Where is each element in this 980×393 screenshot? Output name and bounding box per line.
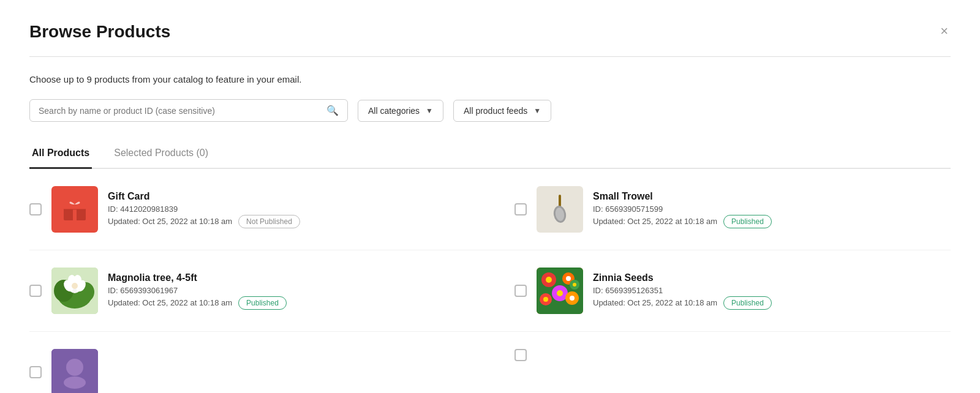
filters-row: 🔍 All categories ▼ All product feeds ▼ xyxy=(29,99,951,122)
browse-products-modal: Browse Products × Choose up to 9 product… xyxy=(0,0,980,393)
product-updated: Updated: Oct 25, 2022 at 10:18 am xyxy=(593,217,717,226)
trowel-icon xyxy=(546,193,573,225)
svg-rect-2 xyxy=(73,204,77,220)
chevron-down-icon: ▼ xyxy=(426,107,433,115)
products-grid: Gift Card ID: 4412020981839 Updated: Oct… xyxy=(29,169,951,393)
status-badge: Not Published xyxy=(238,215,300,228)
product-checkbox[interactable] xyxy=(514,285,527,297)
svg-point-27 xyxy=(570,296,575,301)
product-id: ID: 6569390571599 xyxy=(593,204,938,214)
product-name: Small Trowel xyxy=(593,191,938,202)
product-info: Zinnia Seeds ID: 6569395126351 Updated: … xyxy=(593,272,938,310)
checkbox-wrap xyxy=(29,203,42,215)
list-item: Gift Card ID: 4412020981839 Updated: Oct… xyxy=(29,169,490,250)
categories-label: All categories xyxy=(368,106,420,116)
list-item: Small Trowel ID: 6569390571599 Updated: … xyxy=(490,169,951,250)
tabs-row: All Products Selected Products (0) xyxy=(29,141,951,169)
product-checkbox[interactable] xyxy=(29,203,42,215)
product-updated-row: Updated: Oct 25, 2022 at 10:18 am Publis… xyxy=(593,215,938,228)
feeds-dropdown[interactable]: All product feeds ▼ xyxy=(453,100,551,122)
search-icon: 🔍 xyxy=(326,105,339,116)
chevron-down-icon: ▼ xyxy=(533,107,541,115)
svg-point-29 xyxy=(573,283,576,286)
header-divider xyxy=(29,56,951,57)
purple-product-icon xyxy=(51,349,98,393)
list-item xyxy=(490,332,951,393)
svg-point-16 xyxy=(72,283,78,289)
magnolia-icon xyxy=(51,268,98,314)
svg-point-25 xyxy=(543,297,548,302)
list-item: Magnolia tree, 4-5ft ID: 6569393061967 U… xyxy=(29,250,490,332)
product-id: ID: 4412020981839 xyxy=(108,204,466,214)
modal-header: Browse Products × xyxy=(29,22,951,42)
search-wrapper: 🔍 xyxy=(29,99,348,122)
product-info: Small Trowel ID: 6569390571599 Updated: … xyxy=(593,191,938,228)
product-updated: Updated: Oct 25, 2022 at 10:18 am xyxy=(108,298,232,307)
subtitle: Choose up to 9 products from your catalo… xyxy=(29,74,951,84)
list-item: Zinnia Seeds ID: 6569395126351 Updated: … xyxy=(490,250,951,332)
product-image xyxy=(51,186,98,233)
product-updated-row: Updated: Oct 25, 2022 at 10:18 am Publis… xyxy=(108,296,466,310)
product-updated: Updated: Oct 25, 2022 at 10:18 am xyxy=(108,217,232,226)
product-id: ID: 6569395126351 xyxy=(593,286,938,295)
svg-point-31 xyxy=(66,359,83,376)
product-image xyxy=(537,186,583,233)
search-input[interactable] xyxy=(39,106,323,116)
product-id: ID: 6569393061967 xyxy=(108,286,466,295)
product-name: Magnolia tree, 4-5ft xyxy=(108,272,466,283)
product-updated-row: Updated: Oct 25, 2022 at 10:18 am Publis… xyxy=(593,296,938,310)
product-image xyxy=(51,349,98,393)
tab-selected-products[interactable]: Selected Products (0) xyxy=(111,141,211,169)
categories-dropdown[interactable]: All categories ▼ xyxy=(358,100,443,122)
svg-point-23 xyxy=(557,290,563,296)
status-badge: Published xyxy=(723,296,772,310)
svg-point-32 xyxy=(64,376,86,389)
status-badge: Published xyxy=(238,296,287,310)
feeds-label: All product feeds xyxy=(464,106,527,116)
close-button[interactable]: × xyxy=(938,22,951,40)
checkbox-wrap xyxy=(514,203,527,215)
checkbox-wrap xyxy=(514,285,527,297)
status-badge: Published xyxy=(723,215,772,228)
list-item xyxy=(29,332,490,393)
zinnia-icon xyxy=(537,268,583,314)
product-image xyxy=(51,268,98,314)
product-name: Zinnia Seeds xyxy=(593,272,938,283)
product-name: Gift Card xyxy=(108,191,466,202)
product-checkbox[interactable] xyxy=(514,349,527,361)
product-updated: Updated: Oct 25, 2022 at 10:18 am xyxy=(593,298,717,307)
svg-point-21 xyxy=(566,276,571,281)
modal-title: Browse Products xyxy=(29,22,170,42)
product-info: Magnolia tree, 4-5ft ID: 6569393061967 U… xyxy=(108,272,466,310)
product-checkbox[interactable] xyxy=(29,366,42,378)
checkbox-wrap xyxy=(29,366,42,378)
tab-all-products[interactable]: All Products xyxy=(29,141,92,169)
product-image xyxy=(537,268,583,314)
product-checkbox[interactable] xyxy=(29,285,42,297)
svg-point-19 xyxy=(546,277,552,283)
checkbox-wrap xyxy=(514,349,527,361)
gift-card-icon xyxy=(61,196,88,223)
product-checkbox[interactable] xyxy=(514,203,527,215)
checkbox-wrap xyxy=(29,285,42,297)
product-updated-row: Updated: Oct 25, 2022 at 10:18 am Not Pu… xyxy=(108,215,466,228)
product-info: Gift Card ID: 4412020981839 Updated: Oct… xyxy=(108,191,466,228)
